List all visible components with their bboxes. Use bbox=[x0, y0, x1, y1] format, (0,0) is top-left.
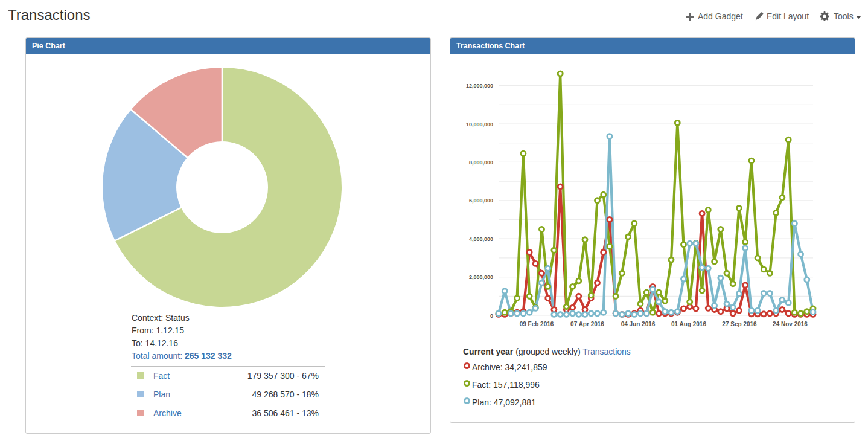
svg-text:10,000,000: 10,000,000 bbox=[466, 121, 493, 127]
svg-text:04 Jun 2016: 04 Jun 2016 bbox=[621, 321, 656, 327]
svg-text:07 Apr 2016: 07 Apr 2016 bbox=[570, 321, 604, 327]
svg-text:6,000,000: 6,000,000 bbox=[469, 198, 493, 204]
svg-text:8,000,000: 8,000,000 bbox=[469, 159, 493, 166]
svg-text:09 Feb 2016: 09 Feb 2016 bbox=[520, 321, 554, 327]
svg-text:2,000,000: 2,000,000 bbox=[469, 274, 493, 280]
svg-text:12,000,000: 12,000,000 bbox=[466, 83, 493, 89]
svg-text:27 Sep 2016: 27 Sep 2016 bbox=[722, 321, 757, 327]
svg-text:4,000,000: 4,000,000 bbox=[469, 236, 493, 242]
svg-text:01 Aug 2016: 01 Aug 2016 bbox=[671, 321, 706, 327]
svg-text:24 Nov 2016: 24 Nov 2016 bbox=[773, 321, 808, 327]
svg-text:0: 0 bbox=[490, 313, 493, 319]
